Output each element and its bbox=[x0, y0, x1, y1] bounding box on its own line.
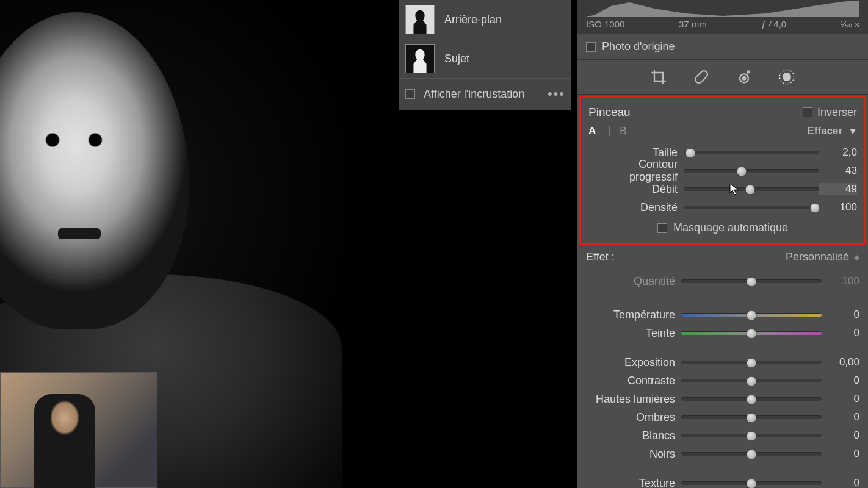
blacks-value[interactable]: 0 bbox=[822, 448, 859, 460]
flow-value[interactable]: 49 bbox=[819, 183, 857, 195]
presenter-figure bbox=[34, 394, 95, 488]
highlights-label: Hautes lumières bbox=[586, 393, 681, 406]
exposure-thumb[interactable] bbox=[747, 357, 757, 368]
exposure-value[interactable]: 0,00 bbox=[822, 356, 859, 368]
density-thumb[interactable] bbox=[810, 203, 820, 213]
shadows-value[interactable]: 0 bbox=[822, 411, 859, 423]
amount-label: Quantité bbox=[586, 275, 681, 288]
effect-label: Effet : bbox=[586, 251, 615, 264]
masking-tool-icon[interactable] bbox=[778, 68, 795, 85]
automask-checkbox[interactable] bbox=[657, 223, 667, 233]
contrast-value[interactable]: 0 bbox=[822, 375, 859, 387]
temperature-label: Température bbox=[586, 309, 681, 321]
highlights-thumb[interactable] bbox=[747, 394, 757, 404]
svg-point-4 bbox=[743, 77, 746, 80]
exposure-slider[interactable] bbox=[681, 361, 822, 364]
exposure-label: Exposition bbox=[586, 356, 681, 369]
feather-thumb[interactable] bbox=[737, 166, 747, 176]
redeye-tool-icon[interactable] bbox=[736, 68, 753, 85]
show-overlay-label: Afficher l'incrustation bbox=[424, 88, 539, 101]
brush-panel: Pinceau Inverser A B Effacer ▼ Taille 2,… bbox=[579, 96, 866, 245]
whites-slider[interactable] bbox=[681, 434, 822, 437]
texture-value[interactable]: 0 bbox=[822, 477, 859, 488]
mask-label-background: Arrière-plan bbox=[444, 13, 502, 26]
flow-label: Débit bbox=[588, 183, 684, 196]
size-slider[interactable] bbox=[684, 151, 819, 154]
mask-item-background[interactable]: Arrière-plan bbox=[399, 0, 571, 39]
develop-panel: ISO 1000 37 mm ƒ / 4,0 ¹⁄₅₀ s Photo d'or… bbox=[577, 0, 868, 488]
highlights-slider[interactable] bbox=[681, 397, 822, 401]
feather-label: Contour progressif bbox=[588, 158, 684, 184]
histogram[interactable]: ISO 1000 37 mm ƒ / 4,0 ¹⁄₅₀ s bbox=[577, 0, 868, 34]
tool-strip bbox=[577, 60, 868, 95]
density-value[interactable]: 100 bbox=[819, 201, 857, 214]
overlay-more-icon[interactable]: ••• bbox=[548, 86, 565, 102]
flow-thumb[interactable] bbox=[745, 184, 755, 195]
texture-slider[interactable] bbox=[681, 481, 822, 485]
tint-slider[interactable] bbox=[681, 331, 822, 335]
shadows-label: Ombres bbox=[586, 411, 681, 424]
svg-point-6 bbox=[783, 73, 791, 81]
contrast-slider[interactable] bbox=[681, 379, 822, 382]
brush-title: Pinceau bbox=[588, 106, 631, 119]
amount-slider[interactable] bbox=[681, 279, 822, 283]
histogram-aperture: ƒ / 4,0 bbox=[761, 19, 786, 30]
temperature-slider[interactable] bbox=[681, 313, 822, 317]
brush-erase[interactable]: Effacer bbox=[808, 125, 843, 137]
amount-value[interactable]: 100 bbox=[822, 275, 859, 287]
mask-list-panel: Arrière-plan Sujet Afficher l'incrustati… bbox=[399, 0, 571, 110]
amount-thumb[interactable] bbox=[747, 276, 757, 287]
brush-tab-a[interactable]: A bbox=[588, 125, 596, 137]
presenter-webcam-inset bbox=[0, 372, 157, 488]
original-photo-row: Photo d'origine bbox=[577, 34, 868, 60]
show-overlay-checkbox[interactable] bbox=[405, 89, 415, 99]
original-photo-checkbox[interactable] bbox=[586, 42, 596, 52]
automask-label: Masquage automatique bbox=[673, 221, 788, 234]
texture-thumb[interactable] bbox=[747, 478, 757, 488]
contrast-thumb[interactable] bbox=[747, 376, 757, 386]
shadows-thumb[interactable] bbox=[747, 412, 757, 423]
show-overlay-row: Afficher l'incrustation ••• bbox=[399, 78, 571, 110]
brush-collapse-icon[interactable]: ▼ bbox=[848, 126, 857, 136]
effect-row[interactable]: Effet : Personnalisé ◆ bbox=[577, 245, 868, 270]
invert-checkbox[interactable] bbox=[803, 107, 812, 117]
tint-value[interactable]: 0 bbox=[822, 327, 859, 339]
texture-label: Texture bbox=[586, 477, 681, 489]
photo-canvas[interactable] bbox=[0, 0, 342, 488]
shadows-slider[interactable] bbox=[681, 415, 822, 419]
whites-thumb[interactable] bbox=[747, 431, 757, 441]
size-value[interactable]: 2,0 bbox=[819, 146, 857, 159]
size-thumb[interactable] bbox=[685, 148, 696, 158]
blacks-slider[interactable] bbox=[681, 452, 822, 456]
highlights-value[interactable]: 0 bbox=[822, 393, 859, 405]
blacks-label: Noirs bbox=[586, 448, 681, 461]
mask-thumb-background-icon bbox=[405, 5, 435, 34]
density-label: Densité bbox=[588, 201, 684, 214]
feather-slider[interactable] bbox=[684, 169, 819, 173]
effect-caret-icon: ◆ bbox=[854, 253, 859, 262]
size-label: Taille bbox=[588, 146, 684, 159]
temperature-value[interactable]: 0 bbox=[822, 309, 859, 321]
histogram-graph-icon bbox=[586, 0, 859, 17]
invert-label: Inverser bbox=[817, 106, 857, 119]
brush-tab-divider bbox=[609, 126, 610, 136]
divider bbox=[586, 298, 859, 298]
mask-item-subject[interactable]: Sujet bbox=[399, 39, 571, 78]
whites-label: Blancs bbox=[586, 429, 681, 442]
brush-tab-b[interactable]: B bbox=[620, 125, 626, 137]
photo-subject-face bbox=[0, 12, 189, 329]
heal-tool-icon[interactable] bbox=[693, 68, 710, 85]
whites-value[interactable]: 0 bbox=[822, 429, 859, 442]
tint-thumb[interactable] bbox=[747, 328, 757, 339]
blacks-thumb[interactable] bbox=[747, 449, 757, 459]
mask-thumb-subject-icon bbox=[405, 44, 435, 73]
density-slider[interactable] bbox=[684, 206, 819, 209]
feather-value[interactable]: 43 bbox=[819, 165, 857, 177]
svg-rect-2 bbox=[694, 70, 709, 85]
histogram-iso: ISO 1000 bbox=[586, 19, 624, 30]
crop-tool-icon[interactable] bbox=[650, 68, 667, 85]
flow-slider[interactable] bbox=[684, 187, 819, 191]
mask-label-subject: Sujet bbox=[444, 52, 469, 65]
temperature-thumb[interactable] bbox=[747, 310, 757, 320]
effect-value: Personnalisé bbox=[786, 251, 849, 264]
